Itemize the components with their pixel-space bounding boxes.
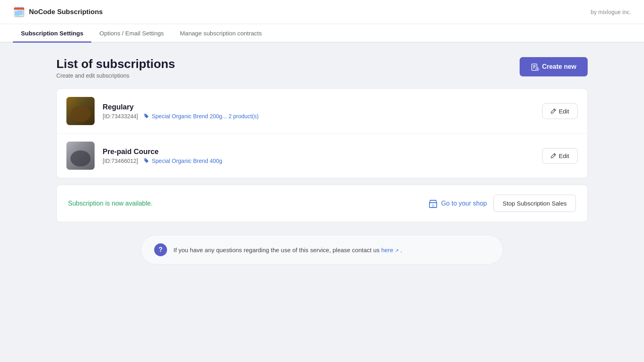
status-text: Subscription is now available. [68,200,153,207]
tab-options-email-settings[interactable]: Options / Email Settings [91,24,172,43]
tag-icon [143,158,149,164]
page-header: List of subscriptions Create and edit su… [56,57,588,79]
subscription-info: Pre-paid Cource [ID:73466012] Special Or… [103,148,534,164]
app-header: 🗓️ NoCode Subscriptions by mixlogue inc. [0,0,644,24]
stop-subscription-button[interactable]: Stop Subscription Sales [493,195,576,212]
subscription-name: Regulary [103,103,534,111]
subscription-id: [ID:73466012] [103,158,138,164]
app-brand: 🗓️ NoCode Subscriptions [13,6,103,18]
svg-point-7 [144,114,145,115]
help-text: If you have any questions regarding the … [173,247,402,253]
page-header-text: List of subscriptions Create and edit su… [56,57,175,79]
go-to-shop-link[interactable]: Go to your shop [428,199,487,208]
edit-icon [551,153,556,158]
main-content: List of subscriptions Create and edit su… [40,43,604,281]
svg-point-9 [144,159,145,160]
app-icon: 🗓️ [13,6,25,18]
subscription-name: Pre-paid Cource [103,148,534,156]
subscription-item: Pre-paid Cource [ID:73466012] Special Or… [57,134,587,178]
shop-link-label: Go to your shop [441,200,487,207]
help-section: ? If you have any questions regarding th… [141,235,503,265]
status-card: Subscription is now available. Go to you… [56,185,588,222]
help-link[interactable]: here [381,247,398,253]
nav-tabs: Subscription Settings Options / Email Se… [0,24,644,43]
subscription-id: [ID:73433244] [103,113,138,119]
status-actions: Go to your shop Stop Subscription Sales [428,195,576,212]
subscription-products-link[interactable]: Special Organic Brend 200g... 2 product(… [143,113,258,119]
subscription-image [66,97,95,125]
subscription-info: Regulary [ID:73433244] Special Organic B… [103,103,534,119]
edit-icon [551,108,556,114]
tab-subscription-settings[interactable]: Subscription Settings [13,24,91,43]
shop-icon [428,199,438,208]
brand-label: by mixlogue inc. [591,9,631,15]
create-new-button[interactable]: Create new [520,57,588,76]
edit-button-regulary[interactable]: Edit [542,103,578,119]
create-icon [531,63,539,71]
create-new-label: Create new [542,63,576,70]
subscription-meta: [ID:73466012] Special Organic Brend 400g [103,158,534,164]
help-icon: ? [154,243,167,256]
subscription-item: Regulary [ID:73433244] Special Organic B… [57,89,587,134]
app-title: NoCode Subscriptions [29,8,103,16]
tag-icon [143,113,149,119]
tab-manage-contracts[interactable]: Manage subscription contracts [172,24,270,43]
subscription-image [66,142,95,170]
subscriptions-list: Regulary [ID:73433244] Special Organic B… [56,88,588,178]
svg-rect-12 [432,204,434,208]
subscription-meta: [ID:73433244] Special Organic Brend 200g… [103,113,534,119]
edit-button-prepaid[interactable]: Edit [542,148,578,164]
page-subtitle: Create and edit subscriptions [56,72,175,79]
page-title: List of subscriptions [56,57,175,71]
subscription-products-link[interactable]: Special Organic Brend 400g [143,158,222,164]
